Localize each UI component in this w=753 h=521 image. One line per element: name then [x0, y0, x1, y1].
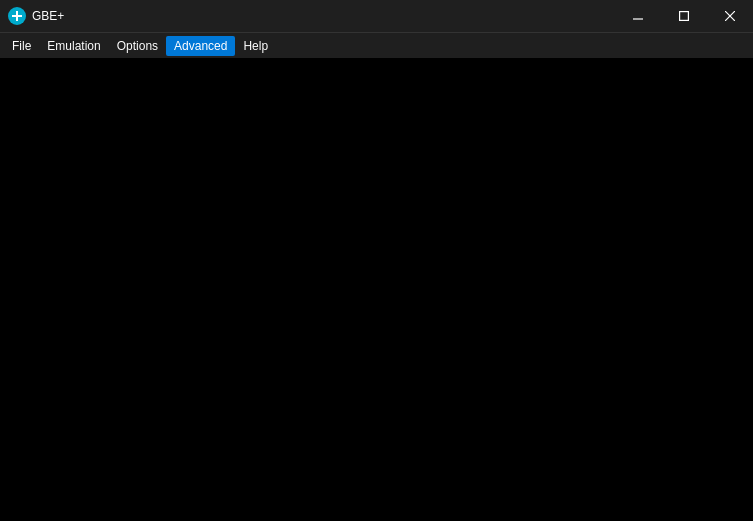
app-icon [8, 7, 26, 25]
menu-bar: File Emulation Options Advanced Help [0, 32, 753, 58]
menu-item-advanced[interactable]: Advanced [166, 36, 235, 56]
close-button[interactable] [707, 0, 753, 32]
title-bar-left: GBE+ [0, 7, 64, 25]
main-window: GBE+ File Emulation Options Advanced Hel… [0, 0, 753, 521]
menu-item-options[interactable]: Options [109, 36, 166, 56]
menu-item-file[interactable]: File [4, 36, 39, 56]
svg-rect-2 [12, 15, 22, 17]
title-bar: GBE+ [0, 0, 753, 32]
app-title: GBE+ [32, 9, 64, 23]
maximize-button[interactable] [661, 0, 707, 32]
minimize-button[interactable] [615, 0, 661, 32]
svg-rect-4 [680, 12, 689, 21]
title-bar-controls [615, 0, 753, 32]
content-area [0, 58, 753, 521]
menu-item-help[interactable]: Help [235, 36, 276, 56]
menu-item-emulation[interactable]: Emulation [39, 36, 108, 56]
